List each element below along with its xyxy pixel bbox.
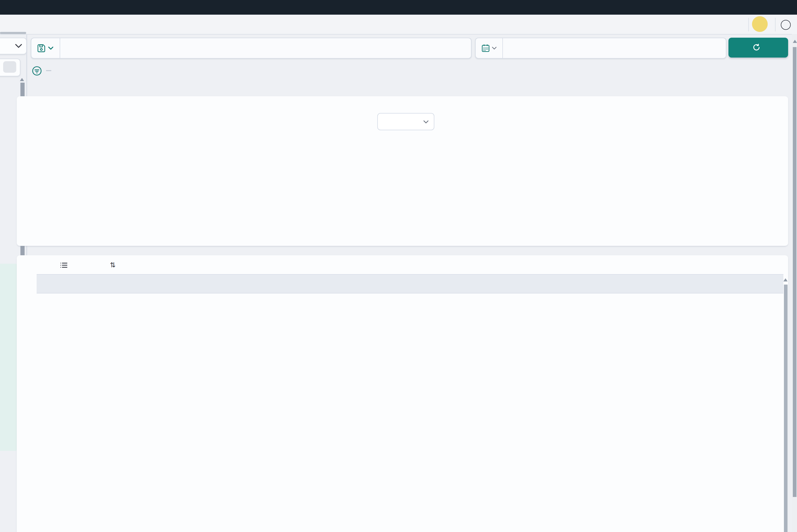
save-icon xyxy=(37,44,45,52)
selected-fields-section xyxy=(0,264,19,451)
sort-fields-button[interactable]: ⇅ xyxy=(110,258,119,272)
chevron-down-icon xyxy=(48,46,53,50)
calendar-button[interactable] xyxy=(476,38,503,58)
refresh-icon xyxy=(752,44,760,52)
table-toolbar: ⇅ xyxy=(17,258,788,272)
results-table-panel: ⇅ xyxy=(17,255,788,532)
app-menu-bar xyxy=(0,14,797,35)
chevron-down-icon xyxy=(492,46,496,50)
calendar-icon xyxy=(481,44,489,52)
filter-icon[interactable] xyxy=(32,65,42,76)
chevron-down-icon xyxy=(15,44,22,48)
discover-app: ⇅ xyxy=(0,0,797,532)
menu-links xyxy=(674,14,745,34)
date-picker xyxy=(475,37,726,59)
columns-icon xyxy=(60,262,68,268)
top-header-bar xyxy=(0,0,797,14)
menu-divider xyxy=(748,18,749,31)
chevron-down-icon xyxy=(423,120,428,123)
query-bar xyxy=(31,37,471,59)
filter-dash xyxy=(46,70,51,71)
refresh-button[interactable] xyxy=(728,37,788,58)
page-scroll-up-icon[interactable] xyxy=(793,40,797,43)
sort-icon: ⇅ xyxy=(110,261,116,269)
table-header-row xyxy=(37,274,783,293)
columns-button[interactable] xyxy=(60,258,71,272)
scroll-up-icon[interactable] xyxy=(20,78,24,81)
help-icon[interactable] xyxy=(781,20,791,30)
chart-subtitle-row xyxy=(17,113,788,130)
interval-select[interactable] xyxy=(377,113,434,130)
histogram-panel xyxy=(17,96,788,246)
filter-bar xyxy=(32,65,55,76)
horizontal-scrollbar[interactable] xyxy=(0,32,26,34)
saved-query-button[interactable] xyxy=(31,38,60,58)
table-body xyxy=(37,292,783,532)
menu-divider xyxy=(775,18,776,31)
table-scrollbar[interactable] xyxy=(784,284,787,532)
field-count-badge xyxy=(3,61,16,73)
avatar[interactable] xyxy=(752,16,768,32)
page-scrollbar[interactable] xyxy=(793,47,796,497)
table-scroll-up-icon[interactable] xyxy=(783,278,787,281)
index-pattern-selector[interactable] xyxy=(0,37,27,54)
